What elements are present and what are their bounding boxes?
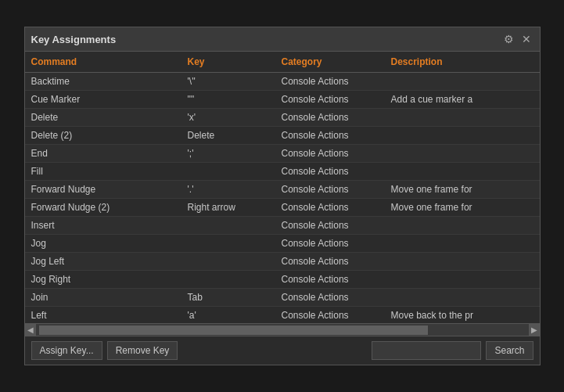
cell-description bbox=[385, 289, 540, 306]
table-row[interactable]: Forward Nudge (2)Right arrowConsole Acti… bbox=[25, 199, 540, 217]
cell-key bbox=[181, 163, 275, 180]
search-button[interactable]: Search bbox=[486, 341, 533, 360]
search-input[interactable] bbox=[372, 341, 481, 360]
cell-description bbox=[385, 163, 540, 180]
cell-command: Left bbox=[25, 307, 181, 323]
horizontal-scrollbar[interactable]: ◀ ▶ bbox=[25, 323, 540, 336]
table-header: Command Key Category Description bbox=[25, 52, 540, 73]
scroll-right-btn[interactable]: ▶ bbox=[529, 324, 540, 336]
cell-category: Console Actions bbox=[275, 91, 385, 108]
table-row[interactable]: JoinTabConsole Actions bbox=[25, 289, 540, 307]
bottom-bar: Assign Key... Remove Key Search bbox=[25, 336, 540, 365]
cell-category: Console Actions bbox=[275, 217, 385, 234]
cell-description bbox=[385, 109, 540, 126]
cell-key: '\'' bbox=[181, 73, 275, 90]
cell-key: ';' bbox=[181, 145, 275, 162]
cell-command: Jog Left bbox=[25, 253, 181, 270]
col-description: Description bbox=[385, 52, 529, 72]
cell-command: Cue Marker bbox=[25, 91, 181, 108]
cell-category: Console Actions bbox=[275, 307, 385, 323]
cell-key bbox=[181, 217, 275, 234]
cell-command: Fill bbox=[25, 163, 181, 180]
cell-description bbox=[385, 217, 540, 234]
cell-key: 'x' bbox=[181, 109, 275, 126]
table-body[interactable]: Backtime'\''Console ActionsCue Marker'"'… bbox=[25, 73, 540, 323]
col-command: Command bbox=[25, 52, 181, 72]
title-bar: Key Assignments ⚙ ✕ bbox=[25, 27, 540, 52]
title-icons: ⚙ ✕ bbox=[502, 32, 533, 46]
cell-command: Jog bbox=[25, 235, 181, 252]
cell-key: '"' bbox=[181, 91, 275, 108]
scroll-h-track[interactable] bbox=[39, 325, 526, 335]
cell-description bbox=[385, 127, 540, 144]
table-row[interactable]: Delete'x'Console Actions bbox=[25, 109, 540, 127]
table-row[interactable]: Left'a'Console ActionsMove back to the p… bbox=[25, 307, 540, 323]
cell-key: Delete bbox=[181, 127, 275, 144]
assign-key-button[interactable]: Assign Key... bbox=[31, 341, 102, 360]
cell-category: Console Actions bbox=[275, 235, 385, 252]
scroll-h-thumb bbox=[39, 325, 429, 335]
cell-key: '.' bbox=[181, 181, 275, 198]
cell-command: Insert bbox=[25, 217, 181, 234]
cell-key: Right arrow bbox=[181, 199, 275, 216]
cell-description: Add a cue marker a bbox=[385, 91, 540, 108]
cell-command: Delete (2) bbox=[25, 127, 181, 144]
cell-description bbox=[385, 145, 540, 162]
cell-category: Console Actions bbox=[275, 271, 385, 288]
cell-category: Console Actions bbox=[275, 199, 385, 216]
cell-command: Delete bbox=[25, 109, 181, 126]
key-assignments-dialog: Key Assignments ⚙ ✕ Command Key Category… bbox=[24, 27, 541, 365]
dialog-title: Key Assignments bbox=[31, 34, 117, 45]
table-row[interactable]: JogConsole Actions bbox=[25, 235, 540, 253]
cell-command: End bbox=[25, 145, 181, 162]
cell-description bbox=[385, 235, 540, 252]
cell-category: Console Actions bbox=[275, 289, 385, 306]
table-row[interactable]: Cue Marker'"'Console ActionsAdd a cue ma… bbox=[25, 91, 540, 109]
cell-description: Move one frame for bbox=[385, 181, 540, 198]
close-icon[interactable]: ✕ bbox=[519, 32, 533, 46]
cell-key: 'a' bbox=[181, 307, 275, 323]
table-row[interactable]: InsertConsole Actions bbox=[25, 217, 540, 235]
cell-category: Console Actions bbox=[275, 163, 385, 180]
col-key: Key bbox=[181, 52, 275, 72]
table-row[interactable]: Delete (2)DeleteConsole Actions bbox=[25, 127, 540, 145]
cell-description bbox=[385, 271, 540, 288]
table-row[interactable]: Forward Nudge'.'Console ActionsMove one … bbox=[25, 181, 540, 199]
cell-description bbox=[385, 253, 540, 270]
cell-category: Console Actions bbox=[275, 253, 385, 270]
gear-icon[interactable]: ⚙ bbox=[502, 32, 516, 46]
cell-description: Move one frame for bbox=[385, 199, 540, 216]
cell-description: Move back to the pr bbox=[385, 307, 540, 323]
table-row[interactable]: End';'Console Actions bbox=[25, 145, 540, 163]
cell-command: Forward Nudge bbox=[25, 181, 181, 198]
cell-category: Console Actions bbox=[275, 73, 385, 90]
cell-description bbox=[385, 73, 540, 90]
cell-command: Jog Right bbox=[25, 271, 181, 288]
cell-command: Join bbox=[25, 289, 181, 306]
cell-category: Console Actions bbox=[275, 109, 385, 126]
cell-category: Console Actions bbox=[275, 127, 385, 144]
cell-key bbox=[181, 235, 275, 252]
cell-key bbox=[181, 253, 275, 270]
cell-command: Forward Nudge (2) bbox=[25, 199, 181, 216]
table-row[interactable]: Jog LeftConsole Actions bbox=[25, 253, 540, 271]
cell-category: Console Actions bbox=[275, 181, 385, 198]
cell-key: Tab bbox=[181, 289, 275, 306]
scroll-left-btn[interactable]: ◀ bbox=[25, 324, 36, 336]
cell-key bbox=[181, 271, 275, 288]
col-category: Category bbox=[275, 52, 385, 72]
table-row[interactable]: Backtime'\''Console Actions bbox=[25, 73, 540, 91]
remove-key-button[interactable]: Remove Key bbox=[107, 341, 178, 360]
cell-category: Console Actions bbox=[275, 145, 385, 162]
table-container: Command Key Category Description Backtim… bbox=[25, 52, 540, 323]
table-row[interactable]: FillConsole Actions bbox=[25, 163, 540, 181]
table-row[interactable]: Jog RightConsole Actions bbox=[25, 271, 540, 289]
cell-command: Backtime bbox=[25, 73, 181, 90]
